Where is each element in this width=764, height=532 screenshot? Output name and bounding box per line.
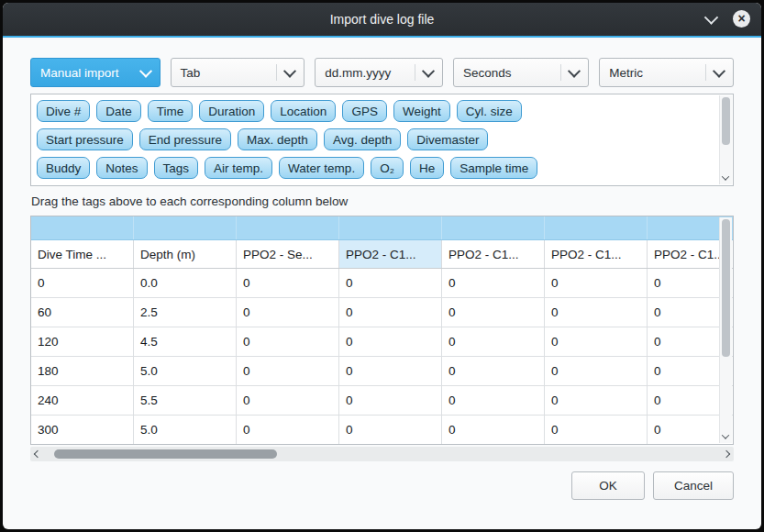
tag-row: BuddyNotesTagsAir temp.Water temp.O₂HeSa… (37, 157, 714, 179)
table-cell: 0 (339, 357, 442, 386)
import-mode-value: Manual import (40, 66, 119, 80)
table-cell: 0 (545, 357, 648, 386)
dialog-buttons: OK Cancel (30, 471, 734, 500)
scrollbar-thumb[interactable] (722, 97, 730, 145)
field-tag[interactable]: Dive # (37, 100, 90, 122)
drop-target-row (31, 216, 734, 240)
column-header[interactable]: Dive Time ... (31, 240, 134, 269)
field-tag[interactable]: Buddy (37, 157, 90, 179)
field-tag[interactable]: Air temp. (205, 157, 272, 179)
table-cell: 2.5 (134, 298, 237, 327)
scroll-right-icon[interactable] (723, 450, 730, 458)
table-cell: 0 (545, 298, 648, 327)
field-tag[interactable]: Location (271, 100, 336, 122)
scrollbar-thumb[interactable] (722, 219, 730, 357)
table-cell: 0 (237, 327, 339, 357)
tag-row: Dive #DateTimeDurationLocationGPSWeightC… (37, 100, 714, 122)
column-drop-target[interactable] (442, 216, 545, 240)
table-cell: 60 (31, 298, 134, 327)
scroll-down-icon[interactable] (722, 431, 729, 438)
titlebar[interactable]: Import dive log file × (3, 3, 761, 38)
scrollbar-thumb[interactable] (54, 449, 277, 459)
column-header[interactable]: PPO2 - C1... (545, 240, 648, 269)
field-tag[interactable]: Time (148, 100, 194, 122)
field-tag[interactable]: Weight (393, 100, 450, 122)
table-cell: 0.0 (134, 269, 237, 298)
table-scrollbar-vertical[interactable] (719, 217, 732, 443)
column-header[interactable]: PPO2 - Se... (237, 240, 339, 269)
tag-row: Sample depthSample temp.Sample pO₂Sample… (37, 185, 714, 186)
table-cell: 300 (31, 416, 134, 445)
column-drop-target[interactable] (545, 216, 648, 240)
field-tag[interactable]: Cyl. size (457, 100, 522, 122)
table-cell: 0 (237, 357, 339, 386)
table-row: 00.0000000 (31, 269, 734, 298)
tag-row: Start pressureEnd pressureMax. depthAvg.… (37, 128, 714, 150)
scrollbar-track[interactable] (45, 449, 719, 459)
window-title: Import dive log file (330, 12, 435, 27)
field-tag[interactable]: Sample pO₂ (239, 185, 325, 186)
close-button[interactable]: × (733, 10, 750, 28)
column-drop-target[interactable] (339, 216, 442, 240)
table-cell: 0 (31, 269, 134, 298)
scroll-left-icon[interactable] (34, 450, 41, 458)
import-mode-select[interactable]: Manual import (30, 58, 161, 87)
column-header[interactable]: Depth (m) (134, 240, 237, 269)
chevron-down-icon (422, 65, 435, 78)
import-options-toolbar: Manual import Tab dd.mm.yyyy Seconds Met… (30, 58, 734, 87)
tag-scroll-area: Dive #DateTimeDurationLocationGPSWeightC… (30, 94, 734, 186)
field-tag[interactable]: End pressure (139, 128, 231, 150)
field-tag[interactable]: Max. depth (238, 128, 317, 150)
combo-divider (276, 64, 277, 81)
header-row: Dive Time ...Depth (m)PPO2 - Se...PPO2 -… (31, 240, 734, 269)
field-tag[interactable]: Sample temp. (138, 185, 232, 186)
field-tag[interactable]: Avg. depth (324, 128, 401, 150)
time-format-select[interactable]: Seconds (453, 58, 589, 87)
column-header[interactable]: PPO2 - C1... (442, 240, 545, 269)
column-header[interactable]: PPO2 - C1... (339, 240, 442, 269)
field-tag[interactable]: Sample depth (37, 185, 131, 186)
table-cell: 0 (442, 298, 545, 327)
cancel-button[interactable]: Cancel (653, 471, 734, 500)
combo-divider (560, 64, 561, 81)
field-tag[interactable]: Sample CNS (330, 185, 420, 186)
field-tag[interactable]: Notes (96, 157, 147, 179)
field-tag[interactable]: Duration (199, 100, 264, 122)
ok-button[interactable]: OK (571, 471, 645, 500)
preview-table: Dive Time ...Depth (m)PPO2 - Se...PPO2 -… (31, 216, 734, 445)
table-scrollbar-horizontal[interactable] (30, 447, 734, 461)
table-row: 3005.0000000 (31, 416, 734, 445)
field-tag[interactable]: He (410, 157, 444, 179)
table-cell: 5.5 (134, 386, 237, 416)
tag-list: Dive #DateTimeDurationLocationGPSWeightC… (31, 94, 733, 186)
column-drop-target[interactable] (237, 216, 339, 240)
chevron-down-icon[interactable] (703, 10, 719, 27)
units-select[interactable]: Metric (599, 58, 734, 87)
chevron-down-icon (283, 65, 296, 78)
tag-area-scrollbar[interactable] (719, 95, 732, 184)
table-cell: 0 (237, 298, 339, 327)
table-cell: 0 (545, 269, 648, 298)
date-format-select[interactable]: dd.mm.yyyy (315, 58, 443, 87)
table-cell: 0 (339, 269, 442, 298)
field-tag[interactable]: Date (96, 100, 141, 122)
table-row: 1805.0000000 (31, 357, 734, 386)
field-tag[interactable]: Sample time (450, 157, 537, 179)
field-tag[interactable]: Tags (154, 157, 199, 179)
field-separator-value: Tab (181, 66, 201, 80)
field-tag[interactable]: Start pressure (37, 128, 133, 150)
scroll-down-icon[interactable] (722, 172, 729, 180)
field-tag[interactable]: GPS (342, 100, 387, 122)
chevron-down-icon (138, 65, 151, 78)
column-drop-target[interactable] (134, 216, 237, 240)
field-separator-select[interactable]: Tab (171, 58, 305, 87)
field-tag[interactable]: O₂ (371, 157, 404, 179)
table-cell: 0 (545, 386, 648, 416)
column-drop-target[interactable] (31, 216, 134, 240)
table-row: 1204.5000000 (31, 327, 734, 357)
table-cell: 5.0 (134, 357, 237, 386)
field-tag[interactable]: Divemaster (407, 128, 488, 150)
dialog-window: Import dive log file × Manual import Tab… (3, 3, 761, 529)
table-cell: 0 (545, 327, 648, 357)
field-tag[interactable]: Water temp. (279, 157, 364, 179)
